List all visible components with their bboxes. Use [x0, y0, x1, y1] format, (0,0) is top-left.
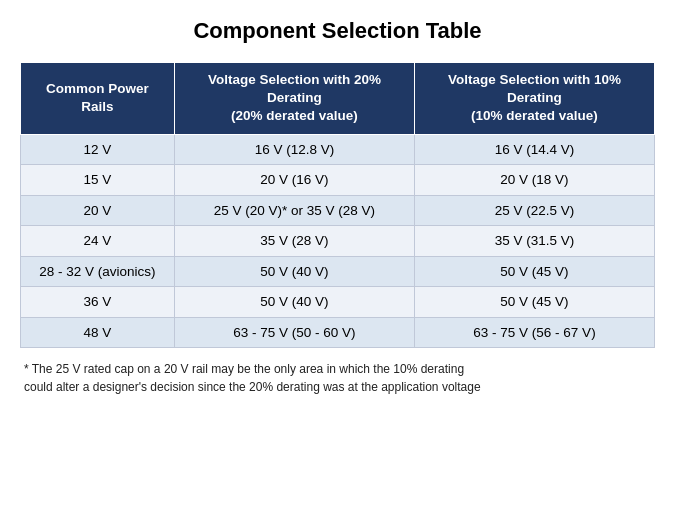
footnote: * The 25 V rated cap on a 20 V rail may …: [20, 360, 481, 396]
table-cell: 28 - 32 V (avionics): [21, 256, 175, 287]
table-cell: 16 V (14.4 V): [414, 134, 654, 165]
table-cell: 36 V: [21, 287, 175, 318]
col-header-rails: Common Power Rails: [21, 63, 175, 135]
table-row: 24 V35 V (28 V)35 V (31.5 V): [21, 226, 655, 257]
table-cell: 63 - 75 V (50 - 60 V): [174, 317, 414, 348]
table-cell: 15 V: [21, 165, 175, 196]
table-cell: 35 V (31.5 V): [414, 226, 654, 257]
table-cell: 12 V: [21, 134, 175, 165]
table-cell: 24 V: [21, 226, 175, 257]
table-row: 36 V50 V (40 V)50 V (45 V): [21, 287, 655, 318]
table-cell: 63 - 75 V (56 - 67 V): [414, 317, 654, 348]
table-cell: 25 V (20 V)* or 35 V (28 V): [174, 195, 414, 226]
table-cell: 50 V (40 V): [174, 256, 414, 287]
selection-table: Common Power Rails Voltage Selection wit…: [20, 62, 655, 348]
table-row: 15 V20 V (16 V)20 V (18 V): [21, 165, 655, 196]
table-cell: 20 V (18 V): [414, 165, 654, 196]
table-cell: 16 V (12.8 V): [174, 134, 414, 165]
table-cell: 25 V (22.5 V): [414, 195, 654, 226]
table-cell: 20 V: [21, 195, 175, 226]
table-row: 48 V63 - 75 V (50 - 60 V)63 - 75 V (56 -…: [21, 317, 655, 348]
table-cell: 35 V (28 V): [174, 226, 414, 257]
table-cell: 50 V (45 V): [414, 287, 654, 318]
table-row: 12 V16 V (12.8 V)16 V (14.4 V): [21, 134, 655, 165]
page-title: Component Selection Table: [193, 18, 481, 44]
table-row: 28 - 32 V (avionics)50 V (40 V)50 V (45 …: [21, 256, 655, 287]
table-cell: 50 V (40 V): [174, 287, 414, 318]
table-row: 20 V25 V (20 V)* or 35 V (28 V)25 V (22.…: [21, 195, 655, 226]
table-cell: 20 V (16 V): [174, 165, 414, 196]
col-header-10pct: Voltage Selection with 10% Derating(10% …: [414, 63, 654, 135]
col-header-20pct: Voltage Selection with 20% Derating(20% …: [174, 63, 414, 135]
table-cell: 50 V (45 V): [414, 256, 654, 287]
table-cell: 48 V: [21, 317, 175, 348]
